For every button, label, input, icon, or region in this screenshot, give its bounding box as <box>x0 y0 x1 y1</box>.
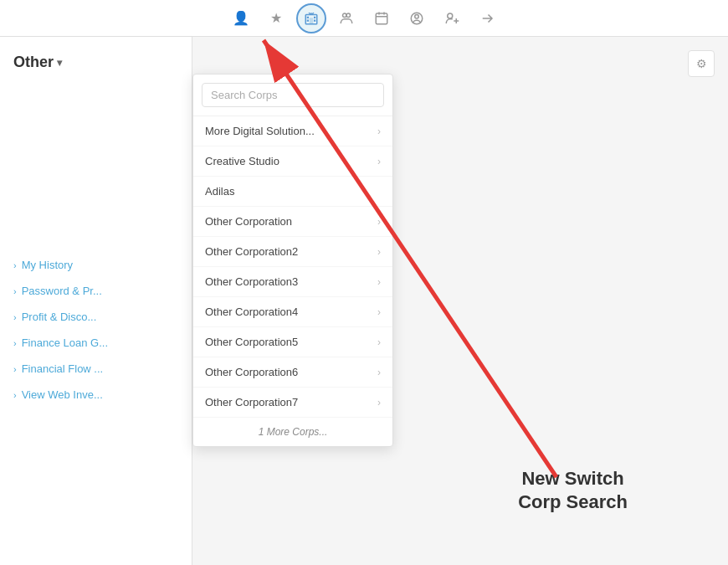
arrow-right-icon[interactable] <box>472 3 502 33</box>
chevron-right-icon: › <box>377 126 381 137</box>
group-icon[interactable] <box>331 3 361 33</box>
dropdown-item-other-corp6[interactable]: Other Corporation6 › <box>193 357 392 388</box>
dropdown-item-other-corp3[interactable]: Other Corporation3 › <box>193 267 392 297</box>
sidebar-brand-label: Other <box>13 54 54 71</box>
dropdown-item-label: More Digital Solution... <box>205 125 315 137</box>
sidebar-item-label: Password & Pr... <box>22 285 102 297</box>
sidebar-item-profit[interactable]: › Profit & Disco... <box>0 304 192 330</box>
search-corps-input[interactable] <box>202 83 384 107</box>
dropdown-item-label: Other Corporation3 <box>205 275 298 288</box>
dropdown-item-label: Other Corporation <box>205 215 292 228</box>
sidebar-brand[interactable]: Other ▾ <box>13 54 178 71</box>
dropdown-item-label: Other Corporation2 <box>205 245 298 258</box>
add-user-icon[interactable] <box>437 3 467 33</box>
dropdown-item-other-corp[interactable]: Other Corporation › <box>193 207 392 237</box>
dropdown-item-other-corp7[interactable]: Other Corporation7 › <box>193 388 392 418</box>
gear-button[interactable]: ⚙ <box>688 50 715 77</box>
dropdown-item-label: Other Corporation5 <box>205 336 298 348</box>
chevron-right-icon: › <box>377 367 381 378</box>
sidebar-nav-items: › My History › Password & Pr... › Profit… <box>0 85 192 408</box>
svg-rect-3 <box>314 16 315 18</box>
more-corps-label: 1 More Corps... <box>259 426 328 438</box>
dropdown-item-more-digital[interactable]: More Digital Solution... › <box>193 116 392 146</box>
annotation-line1: New Switch <box>518 467 628 491</box>
svg-rect-1 <box>310 18 314 24</box>
gear-icon: ⚙ <box>696 57 707 70</box>
user-circle-icon[interactable] <box>402 3 432 33</box>
annotation-line2: Corp Search <box>518 491 628 515</box>
building-icon[interactable] <box>296 3 326 33</box>
svg-rect-11 <box>376 13 387 24</box>
dropdown-item-creative-studio[interactable]: Creative Studio › <box>193 146 392 177</box>
chevron-right-icon: › <box>377 276 381 288</box>
dropdown-item-label: Creative Studio <box>205 155 279 167</box>
sidebar-item-password[interactable]: › Password & Pr... <box>0 278 192 304</box>
chevron-right-icon: › <box>377 246 381 258</box>
sidebar-item-label: Profit & Disco... <box>22 311 97 323</box>
svg-point-17 <box>448 13 453 18</box>
svg-point-16 <box>415 14 419 18</box>
annotation: New Switch Corp Search <box>518 467 628 515</box>
chevron-right-icon: › <box>377 156 381 167</box>
arrow-icon: › <box>13 390 17 400</box>
sidebar: Other ▾ › My History › Password & Pr... … <box>0 37 192 565</box>
chevron-right-icon: › <box>377 336 381 348</box>
dropdown-item-label: Other Corporation4 <box>205 306 298 318</box>
svg-rect-5 <box>314 19 315 21</box>
arrow-icon: › <box>13 338 17 348</box>
dropdown-item-other-corp2[interactable]: Other Corporation2 › <box>193 237 392 267</box>
page-body: Other ▾ › My History › Password & Pr... … <box>0 37 728 565</box>
search-box <box>193 74 392 116</box>
dropdown-item-other-corp5[interactable]: Other Corporation5 › <box>193 327 392 357</box>
sidebar-item-label: Finance Loan G... <box>22 336 108 349</box>
star-icon[interactable]: ★ <box>261 3 291 33</box>
svg-point-10 <box>346 13 351 18</box>
sidebar-header: Other ▾ <box>0 54 192 85</box>
dropdown-footer[interactable]: 1 More Corps... <box>193 418 392 446</box>
sidebar-item-label: View Web Inve... <box>22 388 103 401</box>
dropdown-item-label: Other Corporation7 <box>205 396 298 408</box>
calendar-icon[interactable] <box>367 3 397 33</box>
dropdown-item-label: Other Corporation6 <box>205 366 298 378</box>
arrow-icon: › <box>13 364 17 374</box>
chevron-right-icon: › <box>377 397 381 408</box>
sidebar-item-finance-loan[interactable]: › Finance Loan G... <box>0 330 192 356</box>
dropdown-menu: More Digital Solution... › Creative Stud… <box>192 74 393 447</box>
person-icon[interactable]: 👤 <box>226 3 256 33</box>
sidebar-item-financial-flow[interactable]: › Financial Flow ... <box>0 356 192 382</box>
chevron-right-icon: › <box>377 216 381 228</box>
svg-rect-4 <box>307 19 309 21</box>
arrow-icon: › <box>13 260 17 270</box>
chevron-right-icon: › <box>377 306 381 318</box>
dropdown-item-adilas[interactable]: Adilas <box>193 177 392 207</box>
chevron-down-icon: ▾ <box>57 57 62 69</box>
sidebar-item-my-history[interactable]: › My History <box>0 252 192 278</box>
dropdown-item-other-corp4[interactable]: Other Corporation4 › <box>193 297 392 327</box>
top-navigation: 👤 ★ <box>0 0 728 37</box>
arrow-icon: › <box>13 286 17 296</box>
sidebar-item-label: My History <box>22 259 73 271</box>
sidebar-item-view-web[interactable]: › View Web Inve... <box>0 382 192 408</box>
arrow-icon: › <box>13 312 17 322</box>
svg-rect-2 <box>307 16 309 18</box>
sidebar-item-label: Financial Flow ... <box>22 362 104 375</box>
dropdown-item-label: Adilas <box>205 185 234 198</box>
